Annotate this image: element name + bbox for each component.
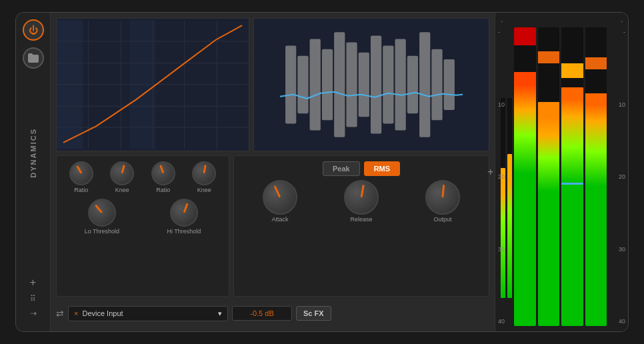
lo-knee-knob[interactable] xyxy=(110,161,134,185)
meter-top-labels: - - xyxy=(498,18,625,25)
db-display: -0.5 dB xyxy=(232,306,292,321)
folder-button[interactable] xyxy=(23,47,44,69)
peak-indicator-3 xyxy=(561,63,583,78)
device-x-icon: × xyxy=(74,309,78,317)
meter-fill-3 xyxy=(561,87,583,326)
hi-ratio-container: Ratio xyxy=(151,161,175,193)
left-sidebar: ⏻ DYNAMICS + ⠿ ⇢ xyxy=(16,13,51,331)
scale-r-20: 20 xyxy=(608,173,625,180)
peak-indicator-2 xyxy=(538,51,560,63)
scale-label-20: 20 xyxy=(498,173,513,180)
rms-marker xyxy=(561,183,583,185)
routing-icon[interactable]: ⇄ xyxy=(56,308,64,319)
hi-knee-knob[interactable] xyxy=(192,161,216,185)
scale-label-30: 30 xyxy=(498,246,513,253)
attack-container: Attack xyxy=(263,180,297,223)
attack-label: Attack xyxy=(271,216,288,223)
svg-rect-15 xyxy=(297,56,308,113)
output-container: Output xyxy=(425,180,460,223)
meter-add-left[interactable]: + xyxy=(487,166,493,178)
peak-button[interactable]: Peak xyxy=(323,161,360,176)
arrow-icon[interactable]: ⇢ xyxy=(30,309,37,318)
svg-rect-24 xyxy=(407,56,418,113)
waveform-svg xyxy=(254,19,489,151)
meter-bar-3 xyxy=(561,27,583,326)
meter-fill-4 xyxy=(585,93,607,326)
svg-rect-23 xyxy=(395,39,406,130)
hi-knee-label: Knee xyxy=(197,187,211,193)
device-input-label: Device Input xyxy=(82,309,123,317)
meter-bar-4 xyxy=(585,27,607,326)
meter-main-area: - 10 20 30 40 xyxy=(498,27,625,326)
meter-bar-1 xyxy=(514,27,536,326)
peak-clip-1 xyxy=(514,27,536,45)
waveform-display xyxy=(253,18,489,151)
scale-label-10: 10 xyxy=(498,101,513,108)
hi-knee-container: Knee xyxy=(192,161,216,193)
hi-threshold-knob[interactable] xyxy=(170,199,198,227)
threshold-bottom-row: Lo Threshold Hi Threshold xyxy=(62,196,223,235)
peak-rms-row: Peak RMS xyxy=(239,161,483,176)
lo-threshold-knob[interactable] xyxy=(88,199,116,227)
grid-icon[interactable]: ⠿ xyxy=(30,294,36,303)
lo-threshold-label: Lo Threshold xyxy=(85,228,119,235)
rms-button[interactable]: RMS xyxy=(364,161,400,176)
hi-threshold-container: Hi Threshold xyxy=(167,196,201,235)
top-section xyxy=(56,18,489,151)
lo-knee-label: Knee xyxy=(115,187,129,193)
bottom-controls: Ratio Knee Ratio xyxy=(56,155,489,297)
svg-rect-14 xyxy=(285,46,296,124)
scale-r-10: 10 xyxy=(608,101,625,108)
meter-bar-2 xyxy=(538,27,560,326)
threshold-section: Ratio Knee Ratio xyxy=(56,155,229,297)
scale-r-30: 30 xyxy=(608,246,625,253)
lo-ratio-container: Ratio xyxy=(69,161,93,193)
meter-scale-right: - 10 20 30 40 xyxy=(608,27,625,326)
meter-fill-1 xyxy=(514,72,536,326)
meter-fill-2 xyxy=(538,102,560,326)
release-container: Release xyxy=(344,180,379,223)
meter-scale-left: - 10 20 30 40 xyxy=(498,27,513,326)
svg-rect-27 xyxy=(444,59,455,110)
power-button[interactable]: ⏻ xyxy=(23,19,44,41)
transfer-graph-svg xyxy=(57,19,249,151)
meter-right-top-label: - xyxy=(621,18,623,25)
plugin-container: ⏻ DYNAMICS + ⠿ ⇢ xyxy=(15,12,629,332)
scale-label-minus: - xyxy=(498,29,513,35)
lo-knee-container: Knee xyxy=(110,161,134,193)
controls-bottom-row: Attack Release Output xyxy=(239,180,483,223)
threshold-top-row: Ratio Knee Ratio xyxy=(62,161,223,193)
toolbar: ⇄ × Device Input ▾ -0.5 dB Sc FX xyxy=(56,301,489,326)
svg-rect-26 xyxy=(431,49,442,121)
svg-rect-22 xyxy=(383,46,393,124)
device-input-select[interactable]: × Device Input ▾ xyxy=(68,306,228,321)
peak-indicator-4 xyxy=(585,57,607,69)
hi-ratio-knob[interactable] xyxy=(151,161,175,185)
folder-icon xyxy=(28,53,39,63)
meter-left-top-label: - xyxy=(501,18,503,25)
svg-rect-17 xyxy=(322,49,333,121)
lo-ratio-knob[interactable] xyxy=(69,161,93,185)
svg-rect-25 xyxy=(419,32,430,137)
attack-knob[interactable] xyxy=(263,180,297,215)
scale-label-40: 40 xyxy=(498,318,513,325)
output-knob[interactable] xyxy=(425,180,460,215)
sidebar-bottom: + ⠿ ⇢ xyxy=(30,277,37,325)
svg-rect-16 xyxy=(310,39,321,130)
lo-ratio-label: Ratio xyxy=(74,187,88,193)
add-icon[interactable]: + xyxy=(30,277,36,289)
sc-fx-button[interactable]: Sc FX xyxy=(296,306,331,321)
scale-r-minus: - xyxy=(608,29,625,35)
meter-section: - - - 10 20 30 40 xyxy=(495,13,628,331)
svg-rect-19 xyxy=(346,43,357,127)
main-content: Ratio Knee Ratio xyxy=(51,13,495,331)
attack-release-section: Peak RMS Attack xyxy=(233,155,489,297)
meter-bars xyxy=(513,27,608,326)
output-label: Output xyxy=(433,216,451,223)
lo-threshold-container: Lo Threshold xyxy=(85,196,119,235)
power-icon: ⏻ xyxy=(29,25,38,35)
plugin-name-label: DYNAMICS xyxy=(29,128,37,178)
scale-r-40: 40 xyxy=(608,318,625,325)
release-knob[interactable] xyxy=(344,180,379,215)
release-label: Release xyxy=(350,216,372,223)
